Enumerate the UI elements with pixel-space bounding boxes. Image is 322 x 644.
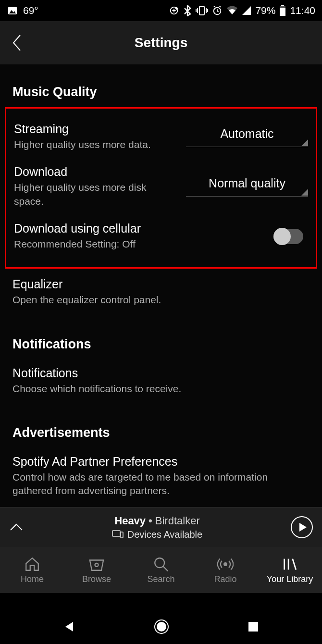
row-notifications[interactable]: Notifications Choose which notifications… bbox=[0, 359, 322, 405]
play-icon bbox=[290, 516, 313, 539]
dropdown-corner-icon bbox=[301, 189, 308, 196]
svg-rect-24 bbox=[121, 532, 123, 538]
status-bar: 69° 79% 11:40 bbox=[0, 0, 322, 21]
devices-available[interactable]: Devices Available bbox=[24, 529, 290, 540]
row-download[interactable]: Download Higher quality uses more disk s… bbox=[14, 158, 308, 215]
signal-icon bbox=[242, 6, 251, 15]
alarm-icon bbox=[212, 5, 223, 16]
svg-rect-7 bbox=[199, 6, 204, 15]
now-playing-track: Heavy•Birdtalker bbox=[24, 515, 290, 527]
svg-rect-20 bbox=[281, 5, 284, 6]
row-download-cellular[interactable]: Download using cellular Recommended Sett… bbox=[14, 215, 308, 258]
tab-label: Your Library bbox=[267, 574, 313, 584]
svg-marker-35 bbox=[65, 622, 73, 632]
dropdown-corner-icon bbox=[301, 139, 308, 146]
svg-marker-21 bbox=[301, 139, 308, 146]
devices-label: Devices Available bbox=[127, 529, 202, 540]
tab-search[interactable]: Search bbox=[129, 547, 193, 593]
svg-line-14 bbox=[217, 11, 219, 12]
row-desc: Control how ads are targeted to me based… bbox=[12, 471, 310, 498]
status-left: 69° bbox=[7, 5, 38, 16]
wifi-icon bbox=[226, 6, 238, 15]
vibrate-icon bbox=[196, 5, 208, 16]
svg-line-30 bbox=[163, 566, 168, 571]
section-header-music-quality: Music Quality bbox=[12, 85, 310, 99]
chevron-left-icon bbox=[12, 33, 22, 52]
row-desc: Choose which notifications to receive. bbox=[12, 382, 310, 396]
row-desc: Open the equalizer control panel. bbox=[12, 293, 310, 307]
artist-name: Birdtalker bbox=[155, 515, 200, 527]
square-recent-icon bbox=[247, 620, 260, 633]
chevron-up-icon bbox=[9, 522, 24, 532]
browse-icon bbox=[88, 556, 105, 572]
row-ad-prefs[interactable]: Spotify Ad Partner Preferences Control h… bbox=[0, 448, 322, 508]
row-desc: Recommended Setting: Off bbox=[14, 237, 265, 251]
tab-browse[interactable]: Browse bbox=[64, 547, 129, 593]
svg-marker-27 bbox=[90, 560, 103, 570]
svg-rect-23 bbox=[112, 531, 120, 536]
row-title: Download bbox=[14, 165, 177, 179]
status-temp: 69° bbox=[23, 5, 38, 16]
svg-marker-22 bbox=[301, 189, 308, 196]
play-button[interactable] bbox=[290, 516, 313, 539]
tab-label: Radio bbox=[214, 574, 236, 584]
tab-label: Home bbox=[21, 574, 44, 584]
library-icon bbox=[282, 556, 298, 572]
toggle-knob bbox=[273, 228, 291, 245]
row-title: Streaming bbox=[14, 122, 177, 136]
now-playing-bar[interactable]: Heavy•Birdtalker Devices Available bbox=[0, 507, 322, 547]
svg-rect-38 bbox=[248, 622, 258, 632]
row-title: Spotify Ad Partner Preferences bbox=[12, 455, 310, 469]
section-header-notifications: Notifications bbox=[12, 337, 310, 352]
nav-home-button[interactable] bbox=[153, 619, 170, 635]
status-right: 79% 11:40 bbox=[169, 5, 315, 16]
svg-point-31 bbox=[224, 563, 227, 566]
row-desc: Higher quality uses more disk space. bbox=[14, 181, 177, 208]
battery-icon bbox=[279, 5, 286, 16]
add-icon bbox=[169, 5, 179, 16]
status-battery-pct: 79% bbox=[255, 5, 275, 16]
tab-bar: Home Browse Search Radio Your Library bbox=[0, 547, 322, 593]
svg-point-37 bbox=[157, 622, 166, 632]
home-icon bbox=[24, 556, 40, 572]
expand-button[interactable] bbox=[9, 522, 24, 532]
nav-back-button[interactable] bbox=[62, 620, 76, 633]
svg-marker-17 bbox=[242, 6, 251, 15]
tab-label: Search bbox=[147, 574, 174, 584]
row-title: Download using cellular bbox=[14, 222, 265, 235]
row-streaming[interactable]: Streaming Higher quality uses more data.… bbox=[14, 115, 308, 158]
settings-content: Music Quality Streaming Higher quality u… bbox=[0, 64, 322, 508]
header: Settings bbox=[0, 21, 322, 64]
svg-point-29 bbox=[155, 558, 164, 568]
download-select[interactable]: Normal quality bbox=[186, 176, 308, 197]
now-playing-info: Heavy•Birdtalker Devices Available bbox=[24, 515, 290, 540]
section-header-ads: Advertisements bbox=[12, 425, 310, 440]
svg-line-34 bbox=[293, 558, 296, 570]
back-button[interactable] bbox=[12, 33, 22, 52]
row-desc: Higher quality uses more data. bbox=[14, 138, 177, 151]
search-icon bbox=[153, 556, 169, 572]
tab-radio[interactable]: Radio bbox=[193, 547, 258, 593]
svg-point-28 bbox=[95, 563, 98, 566]
select-value: Normal quality bbox=[186, 176, 308, 197]
bluetooth-icon bbox=[183, 5, 192, 16]
triangle-back-icon bbox=[62, 620, 76, 633]
song-title: Heavy bbox=[114, 515, 146, 527]
cellular-toggle[interactable] bbox=[273, 229, 303, 244]
select-value: Automatic bbox=[186, 127, 308, 147]
nav-recent-button[interactable] bbox=[247, 620, 260, 633]
tab-label: Browse bbox=[82, 574, 111, 584]
svg-line-15 bbox=[214, 6, 215, 7]
svg-marker-26 bbox=[299, 523, 307, 532]
circle-home-icon bbox=[153, 619, 170, 635]
status-time: 11:40 bbox=[290, 5, 315, 16]
radio-icon bbox=[217, 556, 234, 572]
svg-rect-19 bbox=[280, 8, 285, 16]
streaming-select[interactable]: Automatic bbox=[186, 127, 308, 147]
row-title: Notifications bbox=[12, 366, 310, 380]
tab-home[interactable]: Home bbox=[0, 547, 64, 593]
svg-line-16 bbox=[220, 6, 221, 7]
tab-library[interactable]: Your Library bbox=[258, 547, 322, 593]
image-icon bbox=[7, 5, 18, 16]
row-equalizer[interactable]: Equalizer Open the equalizer control pan… bbox=[0, 271, 322, 316]
